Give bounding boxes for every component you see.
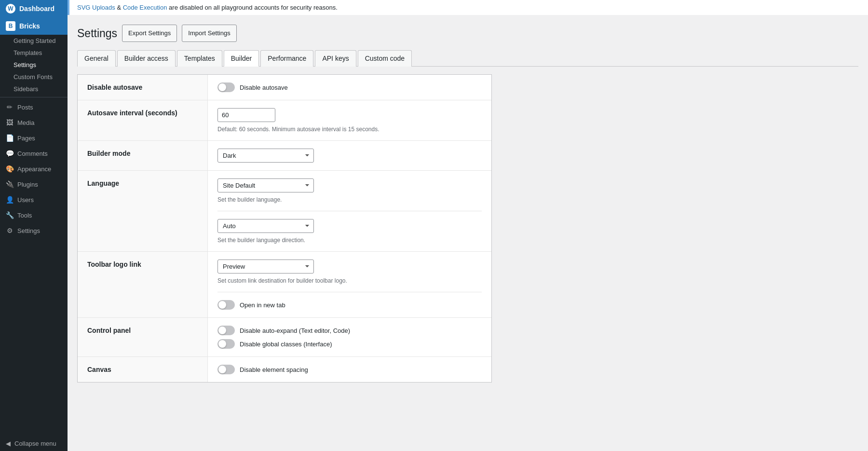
sidebar-item-tools[interactable]: 🔧 Tools — [0, 207, 68, 223]
sidebar-item-users[interactable]: 👤 Users — [0, 192, 68, 207]
toggle-label-new-tab: Open in new tab — [240, 301, 285, 309]
label-autosave-interval: Autosave interval (seconds) — [78, 100, 208, 140]
wp-icon: W — [6, 4, 15, 14]
settings-table: Disable autosave Disable autosave Autosa… — [77, 74, 492, 383]
media-icon: 🖼 — [6, 119, 14, 126]
page-title: Settings — [77, 27, 117, 40]
toolbar-divider — [217, 292, 482, 292]
control-toolbar-logo: Preview Dashboard Custom Set custom link… — [208, 252, 491, 317]
autosave-interval-input[interactable] — [217, 108, 275, 122]
toggle-label-global-classes: Disable global classes (Interface) — [240, 341, 332, 348]
sidebar-item-settings[interactable]: ⚙ Settings — [0, 223, 68, 238]
tab-builder[interactable]: Builder — [224, 50, 259, 67]
dashboard-nav-item[interactable]: W Dashboard — [0, 0, 68, 17]
toggle-row-global-classes: Disable global classes (Interface) — [217, 339, 482, 349]
control-canvas: Disable element spacing — [208, 357, 491, 382]
toggle-row-auto-expand: Disable auto-expand (Text editor, Code) — [217, 326, 482, 335]
sidebar-item-media[interactable]: 🖼 Media — [0, 115, 68, 130]
control-disable-autosave: Disable autosave — [208, 75, 491, 100]
language-select[interactable]: Site Default English French German Spani… — [217, 178, 314, 192]
tab-templates[interactable]: Templates — [177, 50, 222, 67]
settings-row-builder-mode: Builder mode Dark Light Auto — [78, 141, 491, 171]
label-canvas: Canvas — [78, 357, 208, 382]
autosave-hint: Default: 60 seconds. Minimum autosave in… — [217, 126, 482, 133]
builder-mode-select[interactable]: Dark Light Auto — [217, 149, 314, 163]
label-language: Language — [78, 171, 208, 251]
tab-custom-code[interactable]: Custom code — [358, 50, 412, 67]
settings-row-control-panel: Control panel Disable auto-expand (Text … — [78, 318, 491, 357]
posts-icon: ✏ — [6, 103, 14, 111]
comments-icon: 💬 — [6, 150, 14, 157]
tab-api-keys[interactable]: API keys — [315, 50, 356, 67]
content-area: Settings Export Settings Import Settings… — [68, 15, 868, 451]
label-toolbar-logo: Toolbar logo link — [78, 252, 208, 317]
bricks-icon: B — [6, 21, 15, 31]
toggle-disable-element-spacing[interactable] — [217, 365, 235, 374]
sidebar-item-posts[interactable]: ✏ Posts — [0, 99, 68, 115]
toggle-row-autosave: Disable autosave — [217, 82, 482, 92]
control-autosave-interval: Default: 60 seconds. Minimum autosave in… — [208, 100, 491, 140]
toggle-row-new-tab: Open in new tab — [217, 300, 482, 310]
tab-performance[interactable]: Performance — [260, 50, 313, 67]
sidebar-item-getting-started[interactable]: Getting Started — [0, 35, 68, 47]
sidebar-item-plugins[interactable]: 🔌 Plugins — [0, 177, 68, 192]
notice-bar: SVG Uploads & Code Execution are disable… — [68, 0, 868, 15]
bricks-label: Bricks — [19, 22, 40, 30]
collapse-icon: ◀ — [6, 440, 11, 447]
code-execution-link[interactable]: Code Execution — [123, 4, 167, 11]
tab-builder-access[interactable]: Builder access — [117, 50, 176, 67]
dashboard-label: Dashboard — [19, 5, 54, 13]
control-control-panel: Disable auto-expand (Text editor, Code) … — [208, 318, 491, 356]
toggle-label-element-spacing: Disable element spacing — [240, 366, 308, 373]
label-builder-mode: Builder mode — [78, 141, 208, 170]
language-direction-hint: Set the builder language direction. — [217, 237, 482, 244]
settings-row-disable-autosave: Disable autosave Disable autosave — [78, 75, 491, 100]
plugins-icon: 🔌 — [6, 180, 14, 188]
label-disable-autosave: Disable autosave — [78, 75, 208, 100]
toggle-label-auto-expand: Disable auto-expand (Text editor, Code) — [240, 327, 350, 334]
export-settings-button[interactable]: Export Settings — [122, 25, 177, 42]
main-area: SVG Uploads & Code Execution are disable… — [68, 0, 868, 451]
language-divider — [217, 211, 482, 211]
appearance-icon: 🎨 — [6, 165, 14, 173]
toggle-disable-auto-expand[interactable] — [217, 326, 235, 335]
collapse-menu-button[interactable]: ◀ Collapse menu — [0, 436, 68, 451]
toggle-disable-global-classes[interactable] — [217, 339, 235, 349]
tab-general[interactable]: General — [77, 50, 116, 67]
sidebar-item-pages[interactable]: 📄 Pages — [0, 130, 68, 146]
toolbar-logo-hint: Set custom link destination for builder … — [217, 277, 482, 284]
import-settings-button[interactable]: Import Settings — [182, 25, 236, 42]
settings-icon: ⚙ — [6, 227, 14, 234]
sidebar-item-sidebars[interactable]: Sidebars — [0, 83, 68, 95]
language-direction-select[interactable]: Auto LTR RTL — [217, 219, 314, 233]
tools-icon: 🔧 — [6, 211, 14, 219]
settings-row-autosave-interval: Autosave interval (seconds) Default: 60 … — [78, 100, 491, 141]
settings-row-canvas: Canvas Disable element spacing — [78, 357, 491, 382]
svg-uploads-link[interactable]: SVG Uploads — [77, 4, 115, 11]
toggle-disable-autosave[interactable] — [217, 82, 235, 92]
settings-row-language: Language Site Default English French Ger… — [78, 171, 491, 252]
toggle-open-new-tab[interactable] — [217, 300, 235, 310]
page-header: Settings Export Settings Import Settings — [77, 25, 858, 42]
toggle-label-autosave: Disable autosave — [240, 84, 288, 91]
toolbar-logo-select[interactable]: Preview Dashboard Custom — [217, 260, 314, 273]
settings-row-toolbar-logo: Toolbar logo link Preview Dashboard Cust… — [78, 252, 491, 318]
label-control-panel: Control panel — [78, 318, 208, 356]
toggle-row-element-spacing: Disable element spacing — [217, 365, 482, 374]
sidebar-item-templates[interactable]: Templates — [0, 47, 68, 59]
control-language: Site Default English French German Spani… — [208, 171, 491, 251]
notice-message: are disabled on all playground accounts … — [169, 4, 338, 11]
users-icon: 👤 — [6, 196, 14, 204]
sidebar-item-appearance[interactable]: 🎨 Appearance — [0, 161, 68, 177]
pages-icon: 📄 — [6, 134, 14, 142]
sidebar-item-custom-fonts[interactable]: Custom Fonts — [0, 71, 68, 83]
sidebar-item-comments[interactable]: 💬 Comments — [0, 146, 68, 161]
control-builder-mode: Dark Light Auto — [208, 141, 491, 170]
language-hint: Set the builder language. — [217, 196, 482, 203]
tabs-bar: General Builder access Templates Builder… — [77, 50, 858, 67]
sidebar: W Dashboard B Bricks Getting Started Tem… — [0, 0, 68, 451]
sidebar-item-settings[interactable]: Settings — [0, 59, 68, 71]
bricks-nav-item[interactable]: B Bricks — [0, 17, 68, 35]
